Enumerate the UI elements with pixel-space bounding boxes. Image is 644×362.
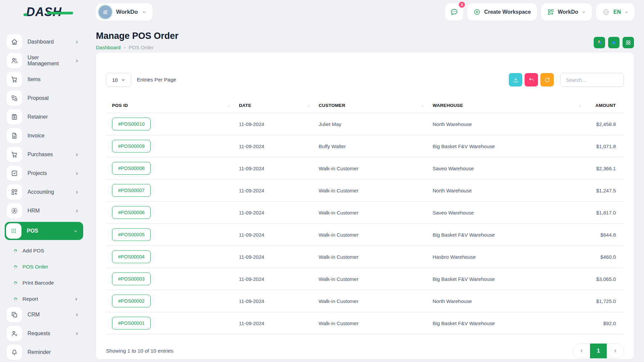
page-title: Manage POS Order <box>96 31 178 41</box>
pos-id-link[interactable]: #POS00008 <box>112 162 151 175</box>
pos-id-link[interactable]: #POS00003 <box>112 273 151 285</box>
pos-id-link[interactable]: #POS00007 <box>112 184 151 197</box>
title-block: Manage POS Order Dashboard › POS Order <box>96 31 178 50</box>
create-workspace-button[interactable]: Create Workspace <box>467 3 537 21</box>
sidebar-subitem-print-barcode[interactable]: Print Barcode <box>5 275 83 291</box>
customer-cell: Buffy Walter <box>313 135 427 157</box>
sidebar-item-label: Dashboard <box>28 39 69 45</box>
column-header-pos-id[interactable]: POS ID↑↓ <box>106 99 233 113</box>
sort-icon[interactable]: ↑↓ <box>421 104 423 108</box>
pos-id-link[interactable]: #POS00005 <box>112 228 151 241</box>
sidebar-subitem-add-pos[interactable]: Add POS <box>5 243 83 259</box>
bell-icon <box>7 345 22 360</box>
pagination-prev-button[interactable] <box>573 344 590 358</box>
pagination-page-1[interactable]: 1 <box>590 344 607 358</box>
sidebar-item-label: User Management <box>28 55 69 67</box>
language-selector[interactable]: EN <box>596 3 635 21</box>
chat-icon <box>450 8 459 16</box>
pos-id-link[interactable]: #POS00004 <box>112 250 151 263</box>
pos-id-link[interactable]: #POS00010 <box>112 118 151 130</box>
dash-logo[interactable]: DASH <box>26 5 62 19</box>
check-square-icon <box>7 166 22 181</box>
topbar: DASH WorkDo 0 Create Workspace <box>0 0 644 24</box>
sidebar-item-invoice[interactable]: Invoice <box>5 128 83 143</box>
pos-id-link[interactable]: #POS00009 <box>112 140 151 153</box>
entries-per-page-select[interactable]: 10 <box>106 73 131 87</box>
home-icon <box>7 34 22 50</box>
sidebar-item-proposal[interactable]: Proposal <box>5 90 83 106</box>
customer-cell: Walk-in Customer <box>313 157 427 179</box>
table-row: #POS00001 11-09-2024 Walk-in Customer Bi… <box>106 312 624 334</box>
sort-icon[interactable]: ↑↓ <box>578 104 581 108</box>
column-header-customer[interactable]: CUSTOMER↑↓ <box>313 99 427 113</box>
customer-cell: Walk-in Customer <box>313 290 427 312</box>
person-dashed-icon <box>7 203 22 219</box>
breadcrumb-separator: › <box>124 45 125 50</box>
sidebar-item-pos[interactable]: POS <box>5 222 83 240</box>
warehouse-cell: Big Basket F&V Warehouse <box>427 224 584 246</box>
building-icon <box>102 8 109 16</box>
sidebar-item-user-management[interactable]: User Management <box>5 53 83 68</box>
sidebar-subitem-label: POS Order <box>22 264 78 270</box>
language-label: EN <box>613 9 621 15</box>
grid-view-button[interactable] <box>623 37 634 48</box>
sidebar-item-crm[interactable]: CRM <box>5 307 83 322</box>
sidebar-item-retainer[interactable]: Retainer <box>5 109 83 125</box>
table-row: #POS00009 11-09-2024 Buffy Walter Big Ba… <box>106 135 624 157</box>
app-switcher-button[interactable]: WorkDo <box>541 3 592 21</box>
sidebar-item-accounting[interactable]: Accounting <box>5 184 83 200</box>
column-header-amount[interactable]: AMOUNT <box>584 99 624 113</box>
undo-button[interactable] <box>525 73 538 86</box>
column-header-warehouse[interactable]: WAREHOUSE↑↓ <box>427 99 584 113</box>
table-actions <box>509 73 624 87</box>
table-row: #POS00010 11-09-2024 Juliet May North Wa… <box>106 113 624 135</box>
search-input[interactable] <box>560 73 624 87</box>
brand-area: DASH <box>0 5 88 19</box>
customer-cell: Walk-in Customer <box>313 224 427 246</box>
workspace-avatar <box>99 5 112 19</box>
logo-dot <box>23 13 28 16</box>
sidebar-item-items[interactable]: Items <box>5 72 83 87</box>
pagination: 1 <box>573 343 624 359</box>
sort-icon[interactable]: ↑↓ <box>227 104 229 108</box>
sidebar-item-dashboard[interactable]: Dashboard <box>5 34 83 50</box>
file-icon <box>7 128 22 143</box>
sidebar-item-requests[interactable]: Requests <box>5 326 83 341</box>
amount-cell: $1,725.0 <box>584 290 624 312</box>
onedrive-button[interactable] <box>608 37 620 48</box>
bullet-icon <box>13 281 18 285</box>
sidebar-item-label: Retainer <box>28 114 79 120</box>
breadcrumb-current: POS Order <box>129 45 154 50</box>
chevron-right-icon <box>74 297 78 301</box>
sidebar-item-hrm[interactable]: HRM <box>5 203 83 219</box>
chevron-right-icon <box>613 349 618 353</box>
warehouse-cell: Saveo Warehouse <box>427 157 584 179</box>
sidebar-item-purchases[interactable]: Purchases <box>5 147 83 162</box>
pos-id-link[interactable]: #POS00002 <box>112 295 151 307</box>
breadcrumb-dashboard-link[interactable]: Dashboard <box>96 45 120 50</box>
workspace-switcher[interactable]: WorkDo <box>96 3 153 21</box>
refresh-button[interactable] <box>540 73 554 86</box>
google-drive-button[interactable] <box>594 37 605 48</box>
bullet-icon <box>13 297 18 301</box>
sidebar-subitem-label: Add POS <box>22 248 78 254</box>
pagination-next-button[interactable] <box>607 344 624 358</box>
sidebar-item-projects[interactable]: Projects <box>5 166 83 181</box>
export-button[interactable] <box>509 73 522 86</box>
topbar-right-group: 0 Create Workspace WorkDo EN <box>445 3 635 21</box>
sidebar-item-label: Projects <box>28 170 69 176</box>
customer-cell: Walk-in Customer <box>313 312 427 334</box>
column-header-date[interactable]: DATE↑↓ <box>233 99 313 113</box>
sidebar-subitem-pos-order[interactable]: POS Order <box>5 259 83 275</box>
messages-button[interactable]: 0 <box>445 3 463 21</box>
sort-icon[interactable]: ↑↓ <box>307 104 309 108</box>
sidebar-item-reminder[interactable]: Reminder <box>5 345 83 360</box>
bullet-icon <box>13 265 18 269</box>
table-row: #POS00006 11-09-2024 Walk-in Customer Sa… <box>106 201 624 224</box>
pos-id-link[interactable]: #POS00006 <box>112 206 151 219</box>
pos-id-link[interactable]: #POS00001 <box>112 317 151 329</box>
sidebar-subitem-report[interactable]: Report <box>5 291 83 307</box>
sidebar-item-label: POS <box>27 228 68 234</box>
warehouse-cell: North Warehouse <box>427 113 584 135</box>
chevron-right-icon <box>75 313 79 317</box>
